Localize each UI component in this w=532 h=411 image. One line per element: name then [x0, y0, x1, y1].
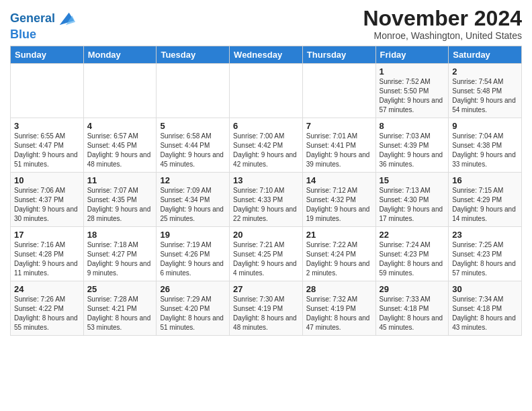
calendar-cell: 22Sunrise: 7:24 AM Sunset: 4:23 PM Dayli…	[375, 226, 449, 281]
day-number: 25	[87, 284, 153, 294]
calendar-cell: 11Sunrise: 7:07 AM Sunset: 4:35 PM Dayli…	[83, 172, 157, 226]
calendar-cell: 27Sunrise: 7:30 AM Sunset: 4:19 PM Dayli…	[230, 281, 303, 335]
main-container: General Blue November 2024 Monroe, Washi…	[0, 0, 532, 339]
day-info: Sunrise: 7:16 AM Sunset: 4:28 PM Dayligh…	[14, 240, 80, 278]
calendar-cell: 7Sunrise: 7:01 AM Sunset: 4:41 PM Daylig…	[302, 118, 375, 172]
day-number: 26	[160, 284, 226, 294]
calendar-cell	[230, 63, 303, 118]
day-number: 9	[452, 121, 518, 131]
day-number: 19	[160, 230, 226, 240]
day-number: 4	[87, 121, 153, 131]
day-number: 6	[233, 121, 299, 131]
day-number: 30	[452, 284, 518, 294]
day-number: 15	[380, 175, 445, 185]
day-info: Sunrise: 7:28 AM Sunset: 4:21 PM Dayligh…	[87, 295, 153, 332]
calendar-cell: 20Sunrise: 7:21 AM Sunset: 4:25 PM Dayli…	[230, 226, 303, 281]
day-number: 10	[14, 175, 80, 185]
day-info: Sunrise: 7:07 AM Sunset: 4:35 PM Dayligh…	[87, 186, 153, 224]
day-number: 28	[306, 284, 372, 294]
week-row-3: 10Sunrise: 7:06 AM Sunset: 4:37 PM Dayli…	[11, 172, 522, 226]
header: General Blue November 2024 Monroe, Washi…	[10, 7, 522, 42]
day-info: Sunrise: 7:09 AM Sunset: 4:34 PM Dayligh…	[160, 186, 226, 224]
calendar-cell	[157, 63, 230, 118]
calendar-cell: 3Sunrise: 6:55 AM Sunset: 4:47 PM Daylig…	[11, 118, 84, 172]
subtitle: Monroe, Washington, United States	[363, 30, 522, 41]
day-info: Sunrise: 7:19 AM Sunset: 4:26 PM Dayligh…	[160, 240, 226, 278]
day-number: 23	[452, 230, 518, 240]
day-number: 7	[306, 121, 372, 131]
day-info: Sunrise: 7:03 AM Sunset: 4:39 PM Dayligh…	[380, 132, 445, 169]
week-row-1: 1Sunrise: 7:52 AM Sunset: 5:50 PM Daylig…	[11, 63, 522, 118]
calendar-cell: 24Sunrise: 7:26 AM Sunset: 4:22 PM Dayli…	[11, 281, 84, 335]
day-info: Sunrise: 7:18 AM Sunset: 4:27 PM Dayligh…	[87, 240, 153, 278]
day-info: Sunrise: 6:58 AM Sunset: 4:44 PM Dayligh…	[160, 132, 226, 169]
day-number: 11	[87, 175, 153, 185]
calendar-cell: 4Sunrise: 6:57 AM Sunset: 4:45 PM Daylig…	[83, 118, 157, 172]
day-info: Sunrise: 7:22 AM Sunset: 4:24 PM Dayligh…	[306, 240, 372, 278]
day-number: 16	[452, 175, 518, 185]
day-info: Sunrise: 7:26 AM Sunset: 4:22 PM Dayligh…	[14, 295, 80, 332]
week-row-4: 17Sunrise: 7:16 AM Sunset: 4:28 PM Dayli…	[11, 226, 522, 281]
logo-icon	[56, 9, 75, 28]
calendar-cell: 23Sunrise: 7:25 AM Sunset: 4:23 PM Dayli…	[449, 226, 522, 281]
day-number: 14	[306, 175, 372, 185]
day-number: 21	[306, 230, 372, 240]
day-info: Sunrise: 7:01 AM Sunset: 4:41 PM Dayligh…	[306, 132, 372, 169]
day-number: 27	[233, 284, 299, 294]
day-number: 1	[380, 66, 445, 77]
calendar-cell: 6Sunrise: 7:00 AM Sunset: 4:42 PM Daylig…	[230, 118, 303, 172]
calendar-cell: 14Sunrise: 7:12 AM Sunset: 4:32 PM Dayli…	[302, 172, 375, 226]
calendar-cell: 17Sunrise: 7:16 AM Sunset: 4:28 PM Dayli…	[11, 226, 84, 281]
day-number: 2	[452, 66, 518, 77]
day-info: Sunrise: 6:55 AM Sunset: 4:47 PM Dayligh…	[14, 132, 80, 169]
calendar-cell: 30Sunrise: 7:34 AM Sunset: 4:18 PM Dayli…	[449, 281, 522, 335]
day-number: 17	[14, 230, 80, 240]
logo-blue-text: Blue	[10, 28, 36, 41]
day-info: Sunrise: 7:25 AM Sunset: 4:23 PM Dayligh…	[452, 240, 518, 278]
day-number: 29	[380, 284, 445, 294]
week-row-5: 24Sunrise: 7:26 AM Sunset: 4:22 PM Dayli…	[11, 281, 522, 335]
calendar-cell: 1Sunrise: 7:52 AM Sunset: 5:50 PM Daylig…	[375, 63, 449, 118]
calendar-cell	[83, 63, 157, 118]
day-info: Sunrise: 7:30 AM Sunset: 4:19 PM Dayligh…	[233, 295, 299, 332]
header-tuesday: Tuesday	[157, 46, 230, 63]
calendar-cell: 18Sunrise: 7:18 AM Sunset: 4:27 PM Dayli…	[83, 226, 157, 281]
weekday-header-row: Sunday Monday Tuesday Wednesday Thursday…	[11, 46, 522, 63]
day-number: 18	[87, 230, 153, 240]
day-number: 8	[380, 121, 445, 131]
calendar-cell: 29Sunrise: 7:33 AM Sunset: 4:18 PM Dayli…	[375, 281, 449, 335]
day-number: 3	[14, 121, 80, 131]
day-info: Sunrise: 7:24 AM Sunset: 4:23 PM Dayligh…	[380, 240, 445, 278]
calendar-table: Sunday Monday Tuesday Wednesday Thursday…	[10, 46, 522, 336]
day-number: 5	[160, 121, 226, 131]
header-thursday: Thursday	[302, 46, 375, 63]
calendar-cell: 28Sunrise: 7:32 AM Sunset: 4:19 PM Dayli…	[302, 281, 375, 335]
header-sunday: Sunday	[11, 46, 84, 63]
day-number: 12	[160, 175, 226, 185]
day-info: Sunrise: 7:06 AM Sunset: 4:37 PM Dayligh…	[14, 186, 80, 224]
calendar-cell: 15Sunrise: 7:13 AM Sunset: 4:30 PM Dayli…	[375, 172, 449, 226]
day-info: Sunrise: 7:54 AM Sunset: 5:48 PM Dayligh…	[452, 77, 518, 115]
day-info: Sunrise: 7:15 AM Sunset: 4:29 PM Dayligh…	[452, 186, 518, 224]
header-wednesday: Wednesday	[230, 46, 303, 63]
day-number: 13	[233, 175, 299, 185]
day-number: 22	[380, 230, 445, 240]
calendar-cell: 8Sunrise: 7:03 AM Sunset: 4:39 PM Daylig…	[375, 118, 449, 172]
logo: General Blue	[10, 9, 75, 42]
day-info: Sunrise: 7:12 AM Sunset: 4:32 PM Dayligh…	[306, 186, 372, 224]
calendar-cell: 2Sunrise: 7:54 AM Sunset: 5:48 PM Daylig…	[449, 63, 522, 118]
calendar-cell: 19Sunrise: 7:19 AM Sunset: 4:26 PM Dayli…	[157, 226, 230, 281]
day-info: Sunrise: 7:33 AM Sunset: 4:18 PM Dayligh…	[380, 295, 445, 332]
header-monday: Monday	[83, 46, 157, 63]
day-info: Sunrise: 6:57 AM Sunset: 4:45 PM Dayligh…	[87, 132, 153, 169]
calendar-cell: 13Sunrise: 7:10 AM Sunset: 4:33 PM Dayli…	[230, 172, 303, 226]
calendar-cell: 9Sunrise: 7:04 AM Sunset: 4:38 PM Daylig…	[449, 118, 522, 172]
day-info: Sunrise: 7:10 AM Sunset: 4:33 PM Dayligh…	[233, 186, 299, 224]
calendar-cell	[11, 63, 84, 118]
calendar-cell: 16Sunrise: 7:15 AM Sunset: 4:29 PM Dayli…	[449, 172, 522, 226]
calendar-cell: 12Sunrise: 7:09 AM Sunset: 4:34 PM Dayli…	[157, 172, 230, 226]
calendar-cell: 10Sunrise: 7:06 AM Sunset: 4:37 PM Dayli…	[11, 172, 84, 226]
month-title: November 2024	[363, 7, 522, 30]
header-saturday: Saturday	[449, 46, 522, 63]
calendar-cell	[302, 63, 375, 118]
